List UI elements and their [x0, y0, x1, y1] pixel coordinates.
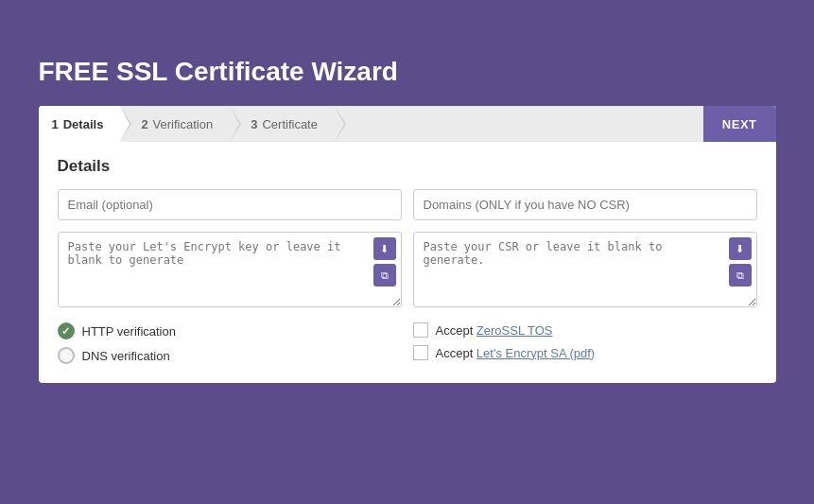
step-3-label: Certificate	[262, 117, 318, 131]
step-3-certificate[interactable]: 3 Certificate	[230, 106, 335, 142]
step-2-verification[interactable]: 2 Verification	[120, 106, 230, 142]
zerossl-tos-option[interactable]: Accept ZeroSSL TOS	[413, 322, 757, 338]
letsencrypt-col: ⬇ ⧉	[58, 232, 402, 311]
letsencrypt-download-button[interactable]: ⬇	[373, 237, 396, 260]
wizard-steps: 1 Details 2 Verification 3 Certificate	[39, 106, 703, 142]
csr-actions: ⬇ ⧉	[729, 237, 752, 287]
domains-col	[413, 189, 757, 220]
step-2-num: 2	[141, 117, 147, 131]
verification-group: HTTP verification DNS verification	[58, 322, 402, 364]
zerossl-tos-label: Accept ZeroSSL TOS	[436, 323, 553, 338]
letsencrypt-wrapper: ⬇ ⧉	[58, 232, 402, 311]
copy-icon-2: ⧉	[736, 269, 744, 282]
download-icon-2: ⬇	[736, 243, 744, 255]
next-button[interactable]: NEXT	[703, 106, 776, 142]
email-col	[58, 189, 402, 220]
zerossl-checkbox	[413, 322, 428, 338]
dns-verification-label: DNS verification	[82, 349, 170, 363]
form-row-1	[58, 189, 757, 220]
csr-download-button[interactable]: ⬇	[729, 237, 752, 260]
page-title: FREE SSL Certificate Wizard	[39, 57, 776, 87]
download-icon: ⬇	[380, 243, 389, 255]
letsencrypt-actions: ⬇ ⧉	[373, 237, 396, 287]
letsencrypt-checkbox	[413, 345, 428, 360]
http-verification-option[interactable]: HTTP verification	[58, 322, 402, 339]
agreements-col: Accept ZeroSSL TOS Accept Let's Encrypt …	[413, 322, 757, 364]
step-1-label: Details	[63, 117, 104, 131]
dns-verification-option[interactable]: DNS verification	[58, 347, 402, 364]
letsencrypt-sa-link[interactable]: Let's Encrypt SA (pdf)	[476, 346, 595, 360]
wizard-steps-bar: 1 Details 2 Verification 3 Certificate N…	[39, 106, 776, 142]
csr-copy-button[interactable]: ⧉	[729, 264, 752, 287]
csr-textarea[interactable]	[413, 232, 757, 307]
agreements-group: Accept ZeroSSL TOS Accept Let's Encrypt …	[413, 322, 757, 360]
wizard-card: 1 Details 2 Verification 3 Certificate N…	[39, 106, 776, 383]
domains-input[interactable]	[413, 189, 757, 220]
letsencrypt-sa-label: Accept Let's Encrypt SA (pdf)	[436, 346, 596, 360]
csr-wrapper: ⬇ ⧉	[413, 232, 757, 311]
options-row: HTTP verification DNS verification	[58, 322, 757, 364]
zerossl-tos-link[interactable]: ZeroSSL TOS	[476, 323, 553, 338]
step-2-label: Verification	[153, 117, 214, 131]
http-radio-checked	[58, 322, 75, 339]
details-title: Details	[58, 157, 757, 176]
step-1-details[interactable]: 1 Details	[39, 106, 121, 142]
step-3-num: 3	[251, 117, 257, 131]
verification-col: HTTP verification DNS verification	[58, 322, 402, 364]
dns-radio-unchecked	[58, 347, 75, 364]
email-input[interactable]	[58, 189, 402, 220]
http-verification-label: HTTP verification	[82, 324, 176, 339]
letsencrypt-sa-option[interactable]: Accept Let's Encrypt SA (pdf)	[413, 345, 757, 360]
copy-icon: ⧉	[381, 269, 389, 282]
csr-col: ⬇ ⧉	[413, 232, 757, 311]
form-row-2: ⬇ ⧉ ⬇	[58, 232, 757, 311]
page-container: FREE SSL Certificate Wizard 1 Details 2 …	[39, 57, 776, 383]
step-1-num: 1	[52, 117, 59, 131]
details-section: Details ⬇	[39, 142, 776, 383]
letsencrypt-key-textarea[interactable]	[58, 232, 402, 307]
letsencrypt-copy-button[interactable]: ⧉	[373, 264, 396, 287]
